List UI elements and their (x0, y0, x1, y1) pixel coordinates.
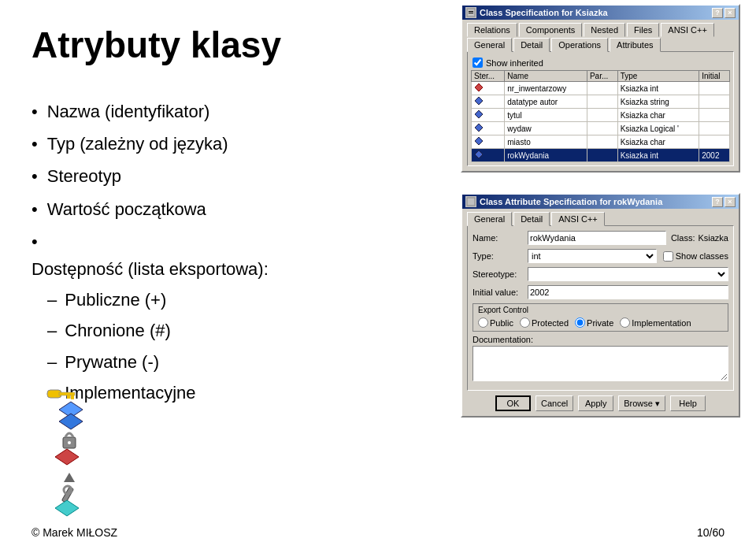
help-button[interactable]: ? (712, 8, 723, 18)
attr-spec-titlebar: Class Attribute Specification for rokWyd… (462, 195, 739, 209)
svg-rect-2 (71, 395, 74, 399)
tab-attr-ansicpp[interactable]: ANSI C++ (551, 212, 605, 226)
col-ster: Ster... (472, 71, 505, 82)
attr-close-btn[interactable]: × (724, 197, 736, 207)
name-input[interactable] (528, 231, 666, 245)
help-button-bottom[interactable]: Help (670, 395, 706, 411)
show-classes-label: Show classes (663, 251, 728, 262)
initial-input[interactable] (528, 285, 728, 299)
table-row[interactable]: nr_inwentarzowy Ksiazka int (472, 82, 730, 95)
show-inherited-row: Show inherited (472, 58, 730, 68)
attr-spec-dialog: Class Attribute Specification for rokWyd… (461, 193, 740, 418)
tab-components[interactable]: Components (519, 23, 582, 37)
tab-strip-row1: Relations Components Nested Files ANSI C… (467, 23, 734, 36)
tab-ansicpp1[interactable]: ANSI C++ (661, 23, 714, 37)
doc-row: Documentation: (472, 335, 728, 381)
sub-item-3: Prywatne (-) (47, 348, 196, 376)
name-row: Name: Class: Ksiazka (472, 231, 728, 245)
close-button[interactable]: × (724, 8, 736, 18)
list-item-1: Nazwa (identyfikator) (32, 98, 441, 125)
class-spec-dialog: Class Specification for Ksiazka ? × Rela… (461, 4, 740, 173)
table-row[interactable]: datatype autor Ksiazka string (472, 95, 730, 109)
svg-rect-22 (467, 198, 475, 206)
sub-item-2: Chronione (#) (47, 317, 196, 344)
radio-public: Public (478, 317, 513, 328)
initial-value-row: Initial value: (472, 285, 728, 299)
svg-rect-3 (67, 395, 70, 399)
table-row[interactable]: miasto Ksiazka char (472, 135, 730, 149)
public-radio[interactable] (478, 317, 488, 328)
decorative-icons (43, 386, 98, 520)
dialog-icon (465, 7, 476, 18)
attr-table: Ster... Name Par... Type Initial nr (471, 70, 730, 162)
attr-spec-title: Class Attribute Specification for rokWyd… (480, 197, 662, 206)
table-row[interactable]: wydaw Ksiazka Logical ' (472, 122, 730, 135)
svg-marker-5 (59, 414, 83, 429)
class-spec-title: Class Specification for Ksiazka (480, 8, 608, 17)
svg-rect-15 (469, 13, 473, 13)
page-title: Atrybuty klasy (32, 24, 441, 66)
stereotype-row: Stereotype: (472, 267, 728, 281)
col-par: Par... (587, 71, 617, 82)
svg-marker-17 (475, 97, 483, 105)
bullet-list: Nazwa (identyfikator) Typ (zależny od ję… (32, 98, 441, 410)
tab-operations[interactable]: Operations (551, 38, 608, 52)
doc-textarea[interactable] (472, 346, 728, 381)
initial-label: Initial value: (472, 288, 528, 297)
type-label: Type: (472, 251, 528, 261)
doc-label: Documentation: (472, 335, 533, 344)
sub-item-1: Publiczne (+) (47, 286, 196, 314)
class-spec-titlebar: Class Specification for Ksiazka ? × (462, 6, 739, 20)
name-label: Name: (472, 233, 528, 243)
icons-strip (39, 386, 102, 520)
svg-point-7 (68, 441, 71, 444)
protected-radio[interactable] (520, 317, 530, 328)
table-row-selected[interactable]: rokWydania Ksiazka int 2002 (472, 149, 730, 162)
tab-content: Show inherited Ster... Name Par... Type … (467, 51, 734, 166)
list-item-5: Dostępność (lista eksportowa): Publiczne… (32, 228, 441, 410)
svg-marker-19 (475, 124, 483, 132)
svg-marker-21 (475, 150, 483, 158)
private-radio[interactable] (575, 317, 585, 328)
tab-attr-detail[interactable]: Detail (513, 212, 550, 226)
svg-rect-1 (59, 392, 75, 395)
tab-files[interactable]: Files (627, 23, 659, 37)
attr-table-container: Ster... Name Par... Type Initial nr (471, 70, 730, 162)
copyright: © Marek MIŁOSZ (32, 526, 117, 539)
svg-marker-12 (55, 500, 79, 516)
tab-general[interactable]: General (467, 38, 512, 52)
implementation-radio[interactable] (620, 317, 630, 328)
show-classes-checkbox[interactable] (663, 251, 673, 262)
radio-group: Public Protected Private Implementation (478, 317, 723, 328)
svg-marker-9 (64, 473, 75, 482)
svg-rect-14 (469, 11, 473, 12)
apply-button[interactable]: Apply (578, 395, 613, 411)
stereotype-select[interactable] (528, 267, 728, 281)
class-spec-content: Relations Components Nested Files ANSI C… (462, 20, 739, 171)
tab-attr-general[interactable]: General (467, 212, 512, 226)
tab-relations[interactable]: Relations (467, 23, 517, 37)
attr-help-btn[interactable]: ? (712, 197, 723, 207)
export-control-group: Export Control Public Protected Private (472, 303, 728, 332)
table-row[interactable]: tytul Ksiazka char (472, 109, 730, 122)
attr-dialog-icon (465, 196, 476, 207)
tab-detail[interactable]: Detail (513, 38, 550, 52)
type-select[interactable]: int string char (528, 249, 657, 263)
browse-button[interactable]: Browse ▾ (618, 395, 665, 411)
stereotype-label: Stereotype: (472, 269, 528, 279)
ok-button[interactable]: OK (495, 395, 531, 411)
svg-marker-20 (475, 137, 483, 145)
show-inherited-checkbox[interactable] (472, 58, 483, 68)
radio-private: Private (575, 317, 613, 328)
tab-attributes[interactable]: Attributes (610, 38, 660, 52)
svg-marker-18 (475, 110, 483, 118)
radio-implementation: Implementation (620, 317, 691, 328)
tab-nested[interactable]: Nested (584, 23, 625, 37)
svg-marker-8 (55, 449, 79, 465)
cancel-button[interactable]: Cancel (536, 395, 573, 411)
attr-tab-strip: General Detail ANSI C++ (467, 212, 734, 225)
left-panel: Atrybuty klasy Nazwa (identyfikator) Typ… (32, 24, 441, 414)
attr-tab-content: Name: Class: Ksiazka Type: int string ch… (467, 225, 734, 391)
export-control-label: Export Control (478, 306, 723, 314)
type-row: Type: int string char Show classes (472, 249, 728, 263)
